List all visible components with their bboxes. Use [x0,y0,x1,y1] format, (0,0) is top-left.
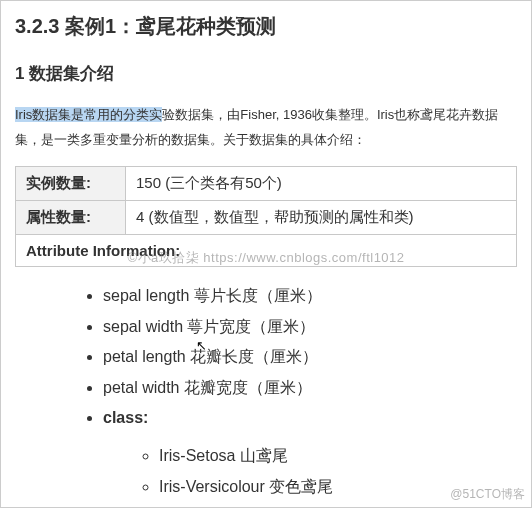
subsection-title: 1 数据集介绍 [15,62,517,85]
row-label: 属性数量: [16,201,126,235]
class-label-item: class: Iris-Setosa 山鸢尾 Iris-Versicolour … [103,403,517,508]
class-list: Iris-Setosa 山鸢尾 Iris-Versicolour 变色鸢尾 Ir… [159,441,517,508]
table-row: 属性数量: 4 (数值型，数值型，帮助预测的属性和类) [16,201,517,235]
list-item: petal width 花瓣宽度（厘米） [103,373,517,403]
list-item: petal length 花瓣长度（厘米） [103,342,517,372]
attribute-info-header: Attribute Information: [15,235,517,267]
document-body: 3.2.3 案例1：鸢尾花种类预测 1 数据集介绍 Iris数据集是常用的分类实… [1,1,531,508]
table-row: 实例数量: 150 (三个类各有50个) [16,167,517,201]
list-item: Iris-Virginica 维吉尼亚鸢尾 [159,502,517,508]
row-value: 4 (数值型，数值型，帮助预测的属性和类) [126,201,517,235]
row-value: 150 (三个类各有50个) [126,167,517,201]
list-item: Iris-Versicolour 变色鸢尾 [159,472,517,502]
row-label: 实例数量: [16,167,126,201]
list-item: sepal width 萼片宽度（厘米） [103,312,517,342]
highlighted-text: Iris数据集是常用的分类实 [15,107,162,122]
list-item: sepal length 萼片长度（厘米） [103,281,517,311]
section-title: 3.2.3 案例1：鸢尾花种类预测 [15,13,517,40]
attribute-list: sepal length 萼片长度（厘米） sepal width 萼片宽度（厘… [103,281,517,508]
class-label: class: [103,409,148,426]
list-item: Iris-Setosa 山鸢尾 [159,441,517,471]
intro-paragraph: Iris数据集是常用的分类实验数据集，由Fisher, 1936收集整理。Iri… [15,103,517,152]
info-table: 实例数量: 150 (三个类各有50个) 属性数量: 4 (数值型，数值型，帮助… [15,166,517,235]
